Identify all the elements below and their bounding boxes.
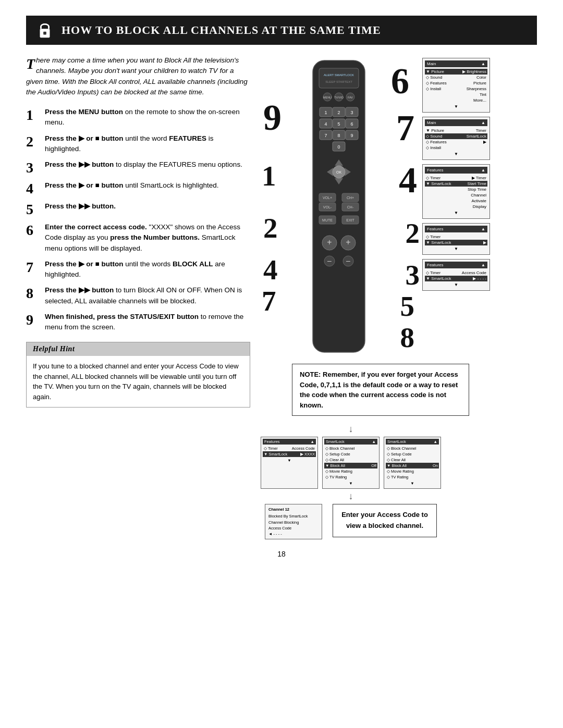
big-number-5-right: 5 <box>400 290 415 323</box>
step-8-number: 8 <box>26 286 45 301</box>
screen-features-timer: Features▲ ◇ Timer▶ Timer ▼ SmartLockStar… <box>422 164 490 219</box>
big-number-2-left: 2 <box>263 212 278 244</box>
drop-cap: T <box>26 57 35 71</box>
bottom-screen-xxxx: Features▲ ◇ TimerAccess Code ▼ SmartLock… <box>261 437 318 489</box>
hint-title: Helpful Hint <box>27 342 250 356</box>
screen-main-picture: Main▲ ▼ Picture▶ Brightness ◇ SoundColor… <box>422 58 490 113</box>
access-code-box: Enter your Access Code to view a blocked… <box>333 504 437 537</box>
main-content: T here may come a time when you want to … <box>26 55 537 539</box>
svg-text:MUTE: MUTE <box>322 218 333 222</box>
note-box: NOTE: Remember, if you ever forget your … <box>292 364 469 416</box>
step-9-number: 9 <box>26 313 45 327</box>
remote-illustration: 9 6 7 4 1 2 2 3 4 5 7 <box>261 55 417 357</box>
bottom-screen-blockall-off: SmartLock▲ ◇ Block Channel ◇ Setup Code … <box>322 437 380 489</box>
big-number-1: 1 <box>262 159 276 192</box>
right-column: 9 6 7 4 1 2 2 3 4 5 7 <box>261 55 537 539</box>
step-7: 7 Press the ▶ or ■ button until the word… <box>26 259 250 280</box>
full-right-area: 9 6 7 4 1 2 2 3 4 5 7 <box>261 55 537 539</box>
svg-text:CH-: CH- <box>347 205 354 209</box>
steps-list: 1 Press the MENU button on the remote to… <box>26 107 250 332</box>
helpful-hint-box: Helpful Hint If you tune to a blocked ch… <box>26 342 250 408</box>
step-4-number: 4 <box>26 181 45 196</box>
step-2-content: Press the ▶ or ■ button until the word F… <box>45 133 250 155</box>
big-number-9: 9 <box>263 97 282 139</box>
big-number-4: 4 <box>399 159 417 201</box>
step-5: 5 Press the ▶▶ button. <box>26 201 250 217</box>
step-1: 1 Press the MENU button on the remote to… <box>26 107 250 128</box>
arrow-down-1: ↓ <box>349 424 353 435</box>
screen-access-code: Features▲ ◇ TimerAccess Code ▼ SmartLock… <box>422 259 490 291</box>
big-number-7-left: 7 <box>262 285 276 317</box>
svg-text:–: – <box>327 256 332 265</box>
svg-text:3: 3 <box>350 110 353 115</box>
svg-text:SLEEP  STARTEXT: SLEEP STARTEXT <box>325 80 352 83</box>
arrow-down-2: ↓ <box>349 491 353 502</box>
svg-text:VOL+: VOL+ <box>323 196 332 200</box>
svg-text:7: 7 <box>324 133 327 138</box>
step-1-number: 1 <box>26 108 45 122</box>
step-2-number: 2 <box>26 134 45 149</box>
intro-paragraph: T here may come a time when you want to … <box>26 55 250 97</box>
svg-text:9: 9 <box>350 133 353 138</box>
bottom-screens-row: Features▲ ◇ TimerAccess Code ▼ SmartLock… <box>261 437 441 489</box>
right-screens-panel: Main▲ ▼ Picture▶ Brightness ◇ SoundColor… <box>422 55 490 357</box>
step-7-number: 7 <box>26 260 45 275</box>
intro-text-content: here may come a time when you want to Bl… <box>26 56 248 96</box>
bottom-screen-blockall-on: SmartLock▲ ◇ Block Channel ◇ Setup Code … <box>384 437 441 489</box>
step-6: 6 Enter the correct access code. "XXXX" … <box>26 222 250 254</box>
step-1-content: Press the MENU button on the remote to s… <box>45 107 250 128</box>
step-8-content: Press the ▶▶ button to turn Block All ON… <box>45 285 250 306</box>
step-4-content: Press the ▶ or ■ button until SmartLock … <box>45 180 250 191</box>
svg-text:1: 1 <box>324 110 327 115</box>
step-6-content: Enter the correct access code. "XXXX" sh… <box>45 222 250 254</box>
access-code-line1: Enter your Access Code to <box>341 511 428 519</box>
bottom-screens-section: ↓ Features▲ ◇ TimerAccess Code ▼ SmartLo… <box>261 424 537 539</box>
step-3-content: Press the ▶▶ button to display the FEATU… <box>45 159 250 170</box>
step-5-content: Press the ▶▶ button. <box>45 201 250 212</box>
big-number-6: 6 <box>391 60 409 102</box>
svg-text:CH+: CH+ <box>347 196 354 200</box>
lock-icon <box>36 21 53 40</box>
channel-blocked-screen: Channel 12 Blocked By SmartLock Channel … <box>265 504 322 539</box>
big-number-3-right: 3 <box>406 258 420 291</box>
page-title: How to Block All Channels at the Same Ti… <box>62 23 381 37</box>
svg-text:8: 8 <box>337 133 340 138</box>
svg-text:–: – <box>346 256 350 265</box>
step-3-number: 3 <box>26 161 45 175</box>
svg-text:FAV: FAV <box>348 96 353 99</box>
svg-text:OK: OK <box>336 170 341 174</box>
svg-text:4: 4 <box>324 121 327 127</box>
big-number-2-right: 2 <box>406 217 420 250</box>
step-5-number: 5 <box>26 202 45 217</box>
step-3: 3 Press the ▶▶ button to display the FEA… <box>26 159 250 175</box>
remote-svg: ALERT SMARTLOCK SLEEP STARTEXT MENU TV/V… <box>292 55 386 357</box>
page-number: 18 <box>26 550 537 558</box>
svg-rect-1 <box>43 32 46 35</box>
title-bar: How to Block All Channels at the Same Ti… <box>26 16 537 45</box>
svg-text:MENU: MENU <box>323 96 332 99</box>
left-column: T here may come a time when you want to … <box>26 55 250 539</box>
svg-text:0: 0 <box>337 144 340 150</box>
screen-main-features: Main▲ ▼ PictureTimer ◇ SoundSmartLock ◇ … <box>422 117 490 160</box>
svg-text:EXIT: EXIT <box>346 218 354 222</box>
big-number-4-left: 4 <box>263 253 278 286</box>
step-6-number: 6 <box>26 223 45 238</box>
channel-blocked-row: Channel 12 Blocked By SmartLock Channel … <box>265 504 437 539</box>
page: How to Block All Channels at the Same Ti… <box>0 0 563 728</box>
step-9: 9 When finished, press the STATUS/EXIT b… <box>26 312 250 333</box>
step-7-content: Press the ▶ or ■ button until the words … <box>45 259 250 280</box>
hint-body: If you tune to a blocked channel and ent… <box>27 356 250 407</box>
svg-text:2: 2 <box>337 110 340 115</box>
svg-text:5: 5 <box>337 121 340 127</box>
step-4: 4 Press the ▶ or ■ button until SmartLoc… <box>26 180 250 196</box>
big-number-8: 8 <box>400 321 415 354</box>
svg-text:TV/VID: TV/VID <box>334 96 344 99</box>
svg-text:VOL-: VOL- <box>323 205 332 209</box>
step-2: 2 Press the ▶ or ■ button until the word… <box>26 133 250 155</box>
svg-rect-3 <box>319 68 359 88</box>
svg-text:ALERT    SMARTLOCK: ALERT SMARTLOCK <box>324 73 354 77</box>
svg-text:+: + <box>327 238 332 246</box>
access-code-line2: view a blocked channel. <box>346 522 423 529</box>
screen-features-smartlock: Features▲ ◇ Timer ▼ SmartLock▶ ▼ <box>422 223 490 255</box>
step-9-content: When finished, press the STATUS/EXIT but… <box>45 312 250 333</box>
